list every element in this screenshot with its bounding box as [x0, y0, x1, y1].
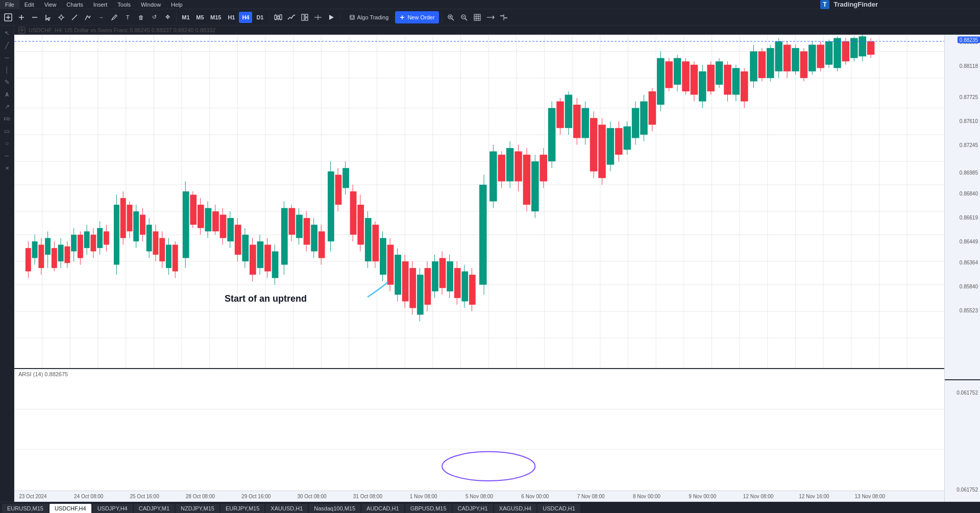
- tab-usdjpy[interactable]: USDJPY,H4: [92, 504, 133, 513]
- svg-rect-192: [372, 225, 379, 261]
- draw-pencil[interactable]: ✎: [2, 77, 13, 88]
- svg-rect-186: [350, 191, 357, 235]
- tab-nasdaq100[interactable]: Nasdaq100,M15: [309, 504, 360, 513]
- tab-usdchf[interactable]: USDCHF,H4: [50, 504, 91, 513]
- indicator-label-text: ARSI (14) 0.882675: [18, 371, 68, 377]
- svg-rect-160: [250, 245, 256, 275]
- menu-charts[interactable]: Charts: [61, 0, 88, 9]
- tf-d1[interactable]: D1: [253, 12, 266, 23]
- svg-rect-154: [227, 218, 234, 241]
- svg-rect-238: [556, 102, 564, 128]
- draw-ellipse[interactable]: ○: [2, 138, 13, 149]
- menu-tools[interactable]: Tools: [112, 0, 136, 9]
- svg-rect-292: [783, 45, 791, 71]
- menu-help[interactable]: Help: [166, 0, 188, 9]
- chart-canvas[interactable]: ARSI (14) 0.882675 23 Oct 2024 24 Oc: [14, 35, 944, 502]
- svg-rect-310: [859, 36, 866, 56]
- svg-rect-146: [198, 205, 204, 228]
- draw-line[interactable]: ╱: [2, 40, 13, 51]
- svg-rect-242: [573, 105, 581, 138]
- tf-m5[interactable]: M5: [193, 12, 207, 23]
- svg-rect-278: [724, 65, 731, 95]
- tf-m1[interactable]: M1: [179, 12, 192, 23]
- toolbar: → T 🗑 ↺ ✥ M1 M5 M15 H1 H4 D1: [0, 9, 980, 26]
- svg-rect-170: [288, 208, 295, 235]
- time-axis: 23 Oct 2024 24 Oct 08:00 25 Oct 16:00 28…: [14, 491, 944, 502]
- tab-nzdjpy[interactable]: NZDJPY,M15: [176, 504, 219, 513]
- draw-measure[interactable]: ↔: [2, 150, 13, 161]
- play-btn[interactable]: [325, 11, 337, 23]
- zoom-in-icon: [447, 14, 454, 21]
- svg-rect-180: [328, 172, 334, 241]
- arrow-btn[interactable]: →: [95, 11, 107, 23]
- tradingfinder-logo-icon: T: [819, 0, 830, 10]
- tab-cadjpy-h1[interactable]: CADJPY,H1: [453, 504, 493, 513]
- tab-eurusd[interactable]: EURUSD,M15: [2, 504, 48, 513]
- algo-trading-btn[interactable]: Algo Trading: [343, 11, 394, 23]
- menu-insert[interactable]: Insert: [88, 0, 113, 9]
- svg-rect-128: [133, 211, 139, 241]
- rotate-btn[interactable]: ↺: [148, 11, 160, 23]
- pen-btn[interactable]: [108, 11, 120, 23]
- draw-hline[interactable]: ─: [2, 52, 13, 63]
- svg-text:T: T: [823, 1, 827, 8]
- new-order-btn[interactable]: New Order: [395, 11, 438, 23]
- zoom-out2-btn[interactable]: [458, 11, 470, 23]
- cursor-btn[interactable]: [42, 11, 54, 23]
- main-chart[interactable]: [14, 35, 944, 368]
- svg-rect-152: [220, 215, 227, 238]
- tab-usdcad[interactable]: USDCAD,H1: [537, 504, 580, 513]
- grid-btn[interactable]: [471, 11, 483, 23]
- svg-rect-122: [114, 205, 119, 265]
- svg-rect-112: [78, 235, 83, 258]
- scroll-icon: [486, 14, 495, 21]
- crosshair-btn[interactable]: [55, 11, 67, 23]
- draw-vline[interactable]: │: [2, 64, 13, 76]
- tab-xauusd[interactable]: XAUUSD,H1: [265, 504, 308, 513]
- svg-rect-304: [834, 38, 841, 68]
- bar-btn[interactable]: [498, 11, 510, 23]
- new-chart-btn[interactable]: [2, 11, 14, 23]
- polyline-btn[interactable]: [82, 11, 94, 23]
- menu-view[interactable]: View: [39, 0, 62, 9]
- menu-file[interactable]: File: [0, 0, 19, 9]
- template-btn[interactable]: [299, 11, 311, 23]
- svg-rect-102: [45, 238, 51, 255]
- menu-edit[interactable]: Edit: [19, 0, 39, 9]
- draw-arrow[interactable]: ↗: [2, 101, 13, 112]
- draw-text[interactable]: A: [2, 89, 13, 100]
- delete-btn[interactable]: 🗑: [135, 11, 147, 23]
- svg-rect-266: [674, 58, 681, 85]
- draw-cursor[interactable]: ↖: [2, 28, 13, 39]
- tab-audcad[interactable]: AUDCAD,H1: [361, 504, 404, 513]
- text-btn[interactable]: T: [121, 11, 134, 23]
- left-toolbar: ↖ ╱ ─ │ ✎ A ↗ Fib ▭ ○ ↔ ✕: [0, 26, 14, 502]
- svg-rect-150: [212, 211, 219, 231]
- tf-m15[interactable]: M15: [208, 12, 224, 23]
- draw-fib[interactable]: Fib: [2, 113, 13, 125]
- draw-delete[interactable]: ✕: [2, 162, 13, 174]
- line-btn[interactable]: [68, 11, 81, 23]
- draw-rect[interactable]: ▭: [2, 126, 13, 137]
- zoom-out-btn[interactable]: [29, 11, 41, 23]
- indicators-btn[interactable]: [285, 11, 298, 23]
- svg-rect-196: [387, 245, 394, 284]
- tf-h4[interactable]: H4: [239, 12, 252, 23]
- crosshair-icon: [58, 14, 65, 21]
- svg-rect-156: [235, 225, 241, 255]
- scroll-btn[interactable]: [484, 11, 497, 23]
- tab-eurjpy[interactable]: EURJPY,M15: [220, 504, 264, 513]
- tf-h1[interactable]: H1: [225, 12, 238, 23]
- zoom-in2-btn[interactable]: [445, 11, 457, 23]
- svg-rect-20: [280, 15, 282, 19]
- move-btn[interactable]: ✥: [161, 11, 174, 23]
- svg-rect-254: [623, 127, 631, 150]
- tab-cadjpy-m1[interactable]: CADJPY,M1: [134, 504, 175, 513]
- fib-btn[interactable]: [312, 11, 324, 23]
- tab-gbpusd[interactable]: GBPUSD,M15: [405, 504, 452, 513]
- menu-window[interactable]: Window: [136, 0, 166, 9]
- chart-type-btn[interactable]: [272, 11, 284, 23]
- svg-rect-45: [474, 14, 480, 20]
- tab-xagusd[interactable]: XAGUSD,H4: [494, 504, 537, 513]
- zoom-in-btn[interactable]: [15, 11, 28, 23]
